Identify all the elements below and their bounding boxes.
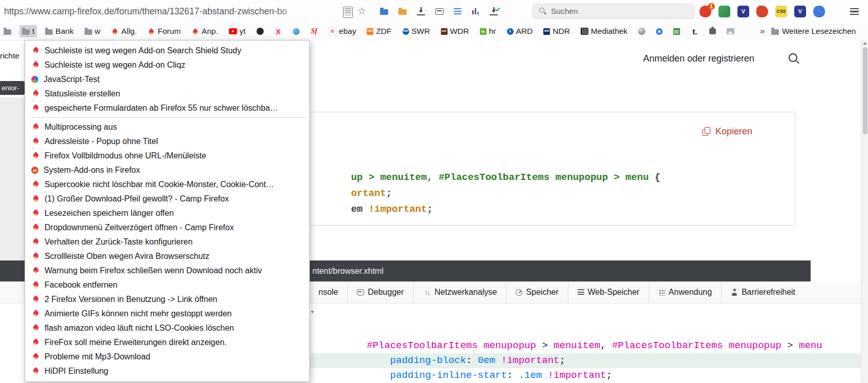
bookmark-menu-item[interactable]: Verhalten der Zurück-Taste konfigurieren [25,235,309,249]
bookmark-menu-label: Suchleiste ist weg wegen Add-on Cliqz [45,61,185,70]
bookmark-folder-bank[interactable]: Bank [43,25,76,37]
folder-blue-icon[interactable] [380,9,388,15]
bookmark-menu-item[interactable]: Suchleiste ist weg wegen Add-on Cliqz [25,58,309,72]
bookmark-yt[interactable]: yt [226,25,248,37]
stats-icon[interactable] [472,8,479,15]
bookmark-blue[interactable] [653,27,665,36]
extension-icon-red-script[interactable] [756,6,768,17]
tab-anwendung[interactable]: Anwendung [649,281,722,303]
bookmark-menu-item[interactable]: Lesezeichen speichern länger offen [25,206,309,220]
url-field[interactable]: https://www.camp-firefox.de/forum/thema/… [4,0,311,23]
bookmark-menu-item[interactable]: Probleme mit Mp3-Download [25,350,309,364]
bookmark-wdr[interactable]: wdr WDR [438,25,472,37]
bookmark-folder-w[interactable]: w [82,25,103,37]
more-bookmarks[interactable]: Weitere Lesezeichen [771,25,856,38]
bookmark-ndr[interactable]: NDR NDR [541,25,573,37]
tab-web-speicher[interactable]: Web-Speicher [568,281,649,303]
bookmark-allg[interactable]: Allg. [109,25,139,37]
bookmark-menu-item[interactable]: FireFox soll meine Erweiterungen direkt … [25,335,309,350]
login-link[interactable]: Anmelden oder registrieren [643,53,754,64]
bookmark-anp[interactable]: Anp. [189,25,221,37]
bookmark-hr[interactable]: hr hr [477,25,499,37]
tab-speicher[interactable]: Speicher [506,281,567,303]
menu-separator [29,117,305,118]
folder-open-icon[interactable] [398,9,407,15]
bookmark-x[interactable]: X [272,27,285,36]
overflow-chevron-icon[interactable]: » [758,25,767,38]
page-search-icon[interactable] [789,53,800,65]
bookmark-github[interactable] [254,26,266,36]
tab-debugger[interactable]: Debugger [347,281,413,303]
bookmark-folder[interactable] [1,27,14,36]
user-badge-fragment: enior- [0,81,25,95]
scrollbar-thumb[interactable] [863,47,867,134]
search-bar[interactable]: Suchen [533,4,694,19]
bookmark-menu-item[interactable]: gespeicherte Formulardaten ab Firefox 55… [25,101,309,115]
devtools-tab-icon [357,289,364,295]
bookmark-menu-item[interactable]: 2 Firefox Versionen in Benutzung -> Link… [25,292,309,307]
bookmark-menu-item[interactable]: Supercookie nicht löschbar mit Cookie-Mo… [25,177,309,192]
bookmark-forum[interactable]: Forum [145,25,183,37]
tab-barrierefreiheit[interactable]: Barrierefreiheit [721,281,805,303]
extension-icon-v1[interactable]: V [737,6,749,17]
code-token: ; [560,355,565,366]
bookmark-menu-item[interactable]: (1) Großer Download-Pfeil gewollt? - Cam… [25,192,309,206]
bookmark-menu-item[interactable]: HiDPI Einstellung [25,364,309,378]
extension-icon-red[interactable]: 1 [700,6,711,17]
bookmark-swr[interactable]: SWR SWR [400,25,433,37]
bookmark-photo[interactable] [724,27,737,36]
archive-icon[interactable] [435,8,443,15]
bookmark-menu-item[interactable]: Adressleiste - Popup ohne Titel [25,134,309,149]
bookmark-menu-item[interactable]: Firefox Vollbildmodus ohne URL-/Menüleis… [25,149,309,163]
bookmark-teal[interactable] [290,27,302,36]
bookmark-puzzle[interactable] [707,27,718,36]
extension-icon-v2[interactable]: V [794,6,806,17]
bookmark-menu-item[interactable]: Suchleiste ist weg wegen Add-on Search S… [25,44,309,58]
bookmark-menu-item[interactable]: JavaScript-Test [25,72,309,87]
code-token: ; [386,188,392,199]
extension-icon-css[interactable]: CSS [775,6,787,17]
bookmark-menu-label: Adressleiste - Popup ohne Titel [45,137,158,146]
bookmark-green-chart[interactable] [671,27,683,36]
bookmark-favicon [4,29,11,35]
bookmark-menu-label: JavaScript-Test [44,75,99,84]
search-icon [539,8,546,15]
bookmark-menu-item[interactable]: flash amazon video läuft nicht LSO-Cooki… [25,321,309,335]
copy-button[interactable]: Kopieren [703,126,752,137]
bookmark-menu-item[interactable]: Facebook entfernen [25,278,309,292]
bookmark-menu-favicon [31,324,39,332]
reader-view-icon[interactable] [343,7,353,18]
bookmark-menu-item[interactable]: Multiprocessing aus [25,120,309,134]
bookmark-mediathek[interactable]: Mediathek [578,25,630,37]
bookmark-menu-item[interactable]: Scrollleiste Oben wegen Avira Browsersch… [25,249,309,264]
bookmark-menu-item[interactable]: Animierte GIFs können nicht mehr gestopp… [25,307,309,321]
bookmark-menu-item[interactable]: sh System-Add-ons in Firefox [25,163,309,177]
bookmark-t[interactable]: t. [688,27,701,36]
bookmark-ebay[interactable]: e ebay [326,25,359,37]
tab-netzwerkanalyse[interactable]: ↑↓ Netzwerkanalyse [413,281,506,303]
page-scrollbar[interactable] [861,40,868,383]
bookmark-menu-item[interactable]: Statusleiste erstellen [25,87,309,101]
bookmark-label: ZDF [376,27,391,36]
bookmark-menu-item[interactable]: Dropdownmenü Zeitverzögert öffnen - Camp… [25,220,309,235]
bookmark-ard[interactable]: 1 ARD [504,25,536,37]
menu-icon[interactable] [850,8,859,15]
bookmark-globe[interactable] [636,26,648,36]
bookmark-favicon: e [329,28,336,35]
bookmark-folder-t[interactable]: t [19,25,37,37]
bookmark-label: Anp. [202,27,218,36]
bookmark-sf[interactable]: Sf [308,27,321,36]
download-done-icon[interactable] [490,7,498,15]
bookmark-label: yt [240,27,246,36]
extension-icon-green[interactable] [718,6,730,17]
bookmark-menu-item[interactable]: Warnung beim Firefox schließen wenn Down… [25,264,309,278]
bookmark-menu-favicon [31,310,39,318]
reading-list-icon[interactable] [454,8,461,14]
tab-konsole[interactable]: nsole [309,281,347,303]
bookmark-favicon: wdr [441,28,448,35]
extension-icon-blue[interactable] [813,6,825,17]
bookmark-zdf[interactable]: ZDF ZDF [364,25,394,37]
bookmark-star-icon[interactable]: ☆ [357,4,366,18]
scrollbar-up-arrow[interactable] [863,42,867,45]
download-icon[interactable] [417,7,425,15]
